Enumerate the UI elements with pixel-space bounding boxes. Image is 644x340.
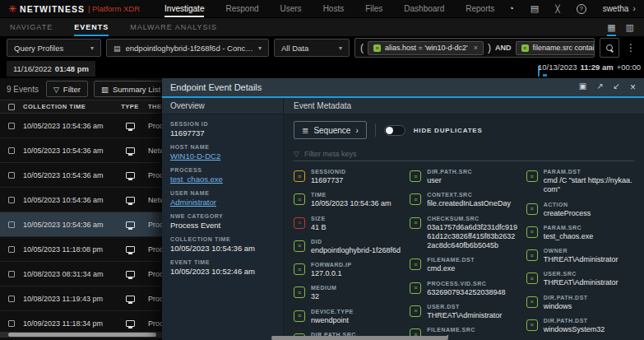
row-checkbox-cell[interactable] xyxy=(0,246,23,253)
meta-value[interactable]: windows xyxy=(544,302,588,311)
nav-item-respond[interactable]: Respond xyxy=(225,0,258,17)
row-checkbox-cell[interactable] xyxy=(0,296,23,302)
row-checkbox[interactable] xyxy=(8,246,15,253)
meta-value[interactable]: file.createdInLastOneDay xyxy=(427,199,511,208)
notes-icon[interactable] xyxy=(530,4,539,14)
nav-item-reports[interactable]: Reports xyxy=(466,0,494,17)
device-type-icon: ≡ xyxy=(294,310,305,322)
range-start[interactable]: 11/16/2022 01:48 pm xyxy=(7,61,95,77)
brand-name: NETWITNESS xyxy=(20,4,85,14)
select-all-checkbox[interactable] xyxy=(8,104,15,110)
brand: ✳ NETWITNESS | Platform XDR xyxy=(8,0,140,17)
nav-item-files[interactable]: Files xyxy=(365,0,382,17)
meta-value[interactable]: cmd.exe xyxy=(427,264,475,273)
type-cell xyxy=(112,172,148,179)
collapse-icon[interactable] xyxy=(614,82,620,93)
tab-events[interactable]: EVENTS xyxy=(74,18,109,36)
range-end[interactable]: 10/13/2023 11:29 am +00:00 xyxy=(538,63,641,72)
row-checkbox-cell[interactable] xyxy=(0,172,23,179)
time-range-dropdown[interactable]: All Data ▾ xyxy=(274,39,350,57)
row-checkbox[interactable] xyxy=(8,197,15,203)
metadata-hscrollbar-thumb[interactable] xyxy=(271,336,448,340)
meta-filter-input[interactable]: Filter meta keys xyxy=(294,147,634,161)
row-checkbox-cell[interactable] xyxy=(0,271,23,277)
timer-icon[interactable] xyxy=(508,4,514,14)
column-header-type[interactable]: TYPE xyxy=(112,103,148,110)
meta-value[interactable]: 11697737 xyxy=(311,176,346,185)
query-bar: Query Profiles ▾ endpointloghybrid-1f268… xyxy=(0,36,644,59)
meta-value[interactable]: windowsSystem32 xyxy=(544,325,605,334)
meta-value[interactable]: createProcess xyxy=(544,209,591,218)
meta-value[interactable]: 32 xyxy=(311,292,336,301)
doc-view-icon[interactable] xyxy=(626,18,634,36)
events-view-icon[interactable] xyxy=(607,18,615,36)
search-button[interactable] xyxy=(600,38,619,58)
column-header-collection-time[interactable]: COLLECTION TIME xyxy=(23,103,112,110)
tools-icon[interactable] xyxy=(555,4,559,14)
meta-value[interactable]: 41 B xyxy=(311,223,327,232)
tab-navigate[interactable]: NAVIGATE xyxy=(10,18,53,36)
meta-value[interactable]: 03a1757d6a6d3f231dfc91961d12c3826ff415f8… xyxy=(427,223,517,251)
row-checkbox[interactable] xyxy=(8,271,15,277)
row-checkbox[interactable] xyxy=(8,221,15,228)
overview-field-value: 10/05/2023 10:54:36 am xyxy=(170,244,275,253)
query-profiles-dropdown[interactable]: Query Profiles ▾ xyxy=(7,39,101,57)
chevron-down-icon: ▾ xyxy=(258,44,262,52)
row-checkbox[interactable] xyxy=(8,296,15,302)
meta-value[interactable]: THREAT\Administrator xyxy=(427,311,502,320)
row-checkbox[interactable] xyxy=(8,172,15,179)
row-checkbox-cell[interactable] xyxy=(0,123,23,129)
filter-button[interactable]: Filter xyxy=(46,81,88,97)
meta-value[interactable]: test_chaos.exe xyxy=(544,232,594,241)
meta-entry-body: PROCESS.VID.SRC6326907934252038948 xyxy=(427,281,505,297)
nav-item-hosts[interactable]: Hosts xyxy=(323,0,345,17)
type-cell xyxy=(112,123,148,129)
meta-value[interactable]: 10/05/2023 10:54:36 am xyxy=(311,199,391,208)
process-icon: ≡ xyxy=(410,282,421,294)
row-checkbox-cell[interactable] xyxy=(0,147,23,154)
nav-item-dashboard[interactable]: Dashboard xyxy=(404,0,444,17)
row-checkbox-cell[interactable] xyxy=(0,197,23,203)
query-builder-input[interactable]: (≡alias.host = 'win10-d-dc2'×)AND≡filena… xyxy=(354,38,595,58)
overview-field-value[interactable]: WIN10-D-DC2 xyxy=(170,151,275,161)
endpoint-monitor-icon xyxy=(126,320,135,327)
panel-icon[interactable] xyxy=(579,82,586,93)
row-checkbox-cell[interactable] xyxy=(0,320,23,327)
help-icon[interactable]: ? xyxy=(577,4,586,14)
tab-malware-analysis[interactable]: MALWARE ANALYSIS xyxy=(130,18,217,36)
user-menu[interactable]: swetha xyxy=(603,4,636,13)
service-dropdown[interactable]: endpointloghybrid-1f268f6d - Concentrato… xyxy=(106,39,269,57)
meta-value[interactable]: cmd /C "start https://nykaa.com" xyxy=(544,176,634,195)
meta-value[interactable]: endpointloghybrid-1f268f6d xyxy=(311,246,401,255)
row-checkbox-cell[interactable] xyxy=(0,221,23,228)
meta-value[interactable]: 6326907934252038948 xyxy=(427,288,505,297)
overview-field-value[interactable]: test_chaos.exe xyxy=(170,175,275,184)
remove-pill-icon[interactable]: × xyxy=(474,44,478,52)
meta-value[interactable]: user xyxy=(427,176,472,185)
details-title: Endpoint Event Details xyxy=(170,82,262,92)
meta-entry-body: SIZE41 B xyxy=(311,216,327,232)
meta-value[interactable]: nwendpoint xyxy=(311,316,354,325)
kebab-menu-icon[interactable] xyxy=(624,42,637,54)
meta-value[interactable]: 127.0.0.1 xyxy=(311,269,352,278)
events-hscrollbar-thumb[interactable] xyxy=(8,333,156,337)
query-pill[interactable]: ≡filename.src contains 'test_chaos.exe'× xyxy=(516,41,595,55)
operator-token: AND xyxy=(495,44,512,52)
nav-item-investigate[interactable]: Investigate xyxy=(164,0,204,17)
query-pill[interactable]: ≡alias.host = 'win10-d-dc2'× xyxy=(368,41,484,55)
nav-item-users[interactable]: Users xyxy=(280,0,302,17)
row-checkbox[interactable] xyxy=(8,320,15,327)
columns-icon xyxy=(101,85,109,94)
meta-value[interactable]: THREAT\Administrator xyxy=(544,255,619,264)
meta-value[interactable]: THREAT\Administrator xyxy=(544,278,619,287)
brand-suffix: | Platform XDR xyxy=(88,4,140,13)
overview-field-label: EVENT TIME xyxy=(170,259,275,265)
expand-icon[interactable] xyxy=(596,82,603,93)
row-checkbox[interactable] xyxy=(8,147,15,154)
row-checkbox[interactable] xyxy=(8,123,15,129)
header-checkbox-cell[interactable] xyxy=(0,104,23,110)
overview-field-value[interactable]: Administrator xyxy=(170,198,275,207)
hide-duplicates-toggle[interactable] xyxy=(384,125,405,136)
sequence-button[interactable]: Sequence xyxy=(294,121,367,139)
close-icon[interactable] xyxy=(630,82,636,93)
